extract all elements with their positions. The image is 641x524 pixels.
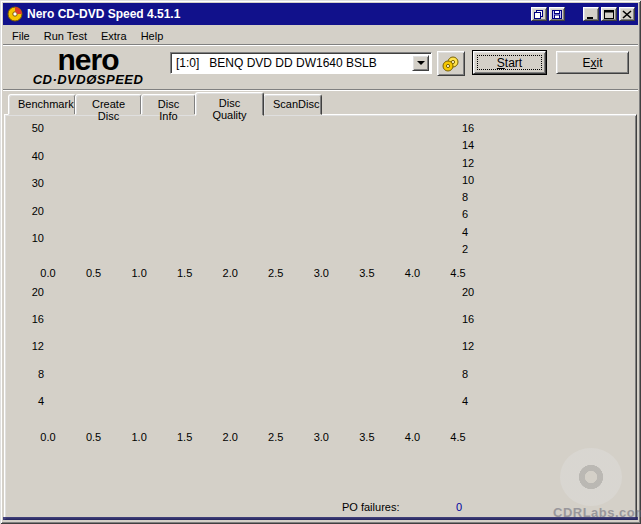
menu-item-run-test[interactable]: Run Test <box>37 28 94 44</box>
exit-button-label: Exit <box>582 56 602 70</box>
nero-logo: nero CD·DVDØSPEED <box>8 45 168 86</box>
y-axis-label-right: 4 <box>462 395 468 407</box>
x-axis-label: 1.5 <box>173 431 197 443</box>
y-axis-label-right: 4 <box>462 226 468 238</box>
y-axis-label-right: 16 <box>462 122 474 134</box>
x-axis-label: 2.5 <box>264 431 288 443</box>
y-axis-label-left: 4 <box>18 395 44 407</box>
drive-selector-value: [1:0] BENQ DVD DD DW1640 BSLB <box>176 56 377 70</box>
accesskey: x <box>591 56 597 70</box>
disc-quality-panel <box>4 114 637 520</box>
save-screenshot-button[interactable] <box>549 7 565 21</box>
y-axis-label-right: 20 <box>462 286 474 298</box>
discs-icon <box>441 55 461 73</box>
y-axis-label-left: 20 <box>18 286 44 298</box>
logo-text-nero: nero <box>8 45 168 75</box>
menu-item-help[interactable]: Help <box>134 28 171 44</box>
y-axis-label-right: 6 <box>462 208 468 220</box>
y-axis-label-right: 2 <box>462 243 468 255</box>
x-axis-label: 3.5 <box>355 267 379 279</box>
x-axis-label: 0.0 <box>36 431 60 443</box>
copy-icon <box>534 10 544 19</box>
y-axis-label-right: 16 <box>462 313 474 325</box>
tab-scandisc[interactable]: ScanDisc <box>263 94 322 115</box>
x-axis-label: 4.0 <box>400 431 424 443</box>
x-axis-label: 1.0 <box>127 267 151 279</box>
tab-create-disc[interactable]: Create Disc <box>75 94 142 115</box>
x-axis-label: 0.5 <box>82 431 106 443</box>
x-axis-label: 2.0 <box>218 267 242 279</box>
copy-screenshot-button[interactable] <box>531 7 547 21</box>
y-axis-label-right: 8 <box>462 191 468 203</box>
watermark-text: CDRLabs.com <box>553 505 641 520</box>
x-axis-label: 2.5 <box>264 267 288 279</box>
close-icon <box>622 10 632 19</box>
minimize-button[interactable] <box>583 7 599 21</box>
y-axis-label-right: 10 <box>462 174 474 186</box>
y-axis-label-left: 8 <box>18 368 44 380</box>
po-failures-value: 0 <box>420 501 462 513</box>
x-axis-label: 4.5 <box>446 267 470 279</box>
title-bar[interactable]: Nero CD-DVD Speed 4.51.1 <box>3 3 638 25</box>
x-axis-label: 4.0 <box>400 267 424 279</box>
y-axis-label-left: 40 <box>18 150 44 162</box>
y-axis-label-right: 12 <box>462 340 474 352</box>
titlebar-buttons <box>529 7 635 21</box>
accesskey: S <box>497 56 505 70</box>
bottom-edge-strip <box>3 517 638 520</box>
x-axis-label: 1.0 <box>127 431 151 443</box>
x-axis-label: 0.5 <box>82 267 106 279</box>
menu-item-extra[interactable]: Extra <box>94 28 134 44</box>
logo-text-cdspeed: CD·DVDØSPEED <box>8 73 168 86</box>
x-axis-label: 4.5 <box>446 431 470 443</box>
close-button[interactable] <box>619 7 635 21</box>
maximize-button[interactable] <box>601 7 617 21</box>
y-axis-label-right: 14 <box>462 139 474 151</box>
chevron-down-icon <box>417 61 425 65</box>
y-axis-label-left: 16 <box>18 313 44 325</box>
start-button-label: Start <box>497 56 522 70</box>
drive-selector[interactable]: [1:0] BENQ DVD DD DW1640 BSLB <box>170 52 432 74</box>
window-title: Nero CD-DVD Speed 4.51.1 <box>27 7 180 21</box>
x-axis-label: 3.0 <box>309 267 333 279</box>
x-axis-label: 2.0 <box>218 431 242 443</box>
eject-disc-button[interactable] <box>437 51 465 76</box>
tab-benchmark[interactable]: Benchmark <box>8 94 76 115</box>
drive-selector-dropdown-button[interactable] <box>412 55 429 71</box>
y-axis-label-right: 8 <box>462 368 468 380</box>
separator <box>3 89 638 91</box>
exit-button[interactable]: Exit <box>556 51 629 74</box>
start-button[interactable]: Start <box>473 51 546 74</box>
x-axis-label: 3.5 <box>355 431 379 443</box>
y-axis-label-left: 20 <box>18 205 44 217</box>
y-axis-label-left: 30 <box>18 177 44 189</box>
app-window: Nero CD-DVD Speed 4.51.1 FileRun TestExt… <box>0 0 641 524</box>
menu-item-file[interactable]: File <box>5 28 37 44</box>
tab-disc-quality[interactable]: Disc Quality <box>195 92 264 116</box>
maximize-icon <box>604 10 614 19</box>
tab-disc-info[interactable]: Disc Info <box>141 94 196 115</box>
po-failures-label: PO failures: <box>342 501 399 513</box>
y-axis-label-left: 50 <box>18 122 44 134</box>
app-icon <box>7 6 23 22</box>
x-axis-label: 0.0 <box>36 267 60 279</box>
minimize-icon <box>586 10 596 19</box>
x-axis-label: 3.0 <box>309 431 333 443</box>
save-icon <box>552 10 562 19</box>
y-axis-label-left: 10 <box>18 232 44 244</box>
y-axis-label-right: 12 <box>462 157 474 169</box>
y-axis-label-left: 12 <box>18 340 44 352</box>
x-axis-label: 1.5 <box>173 267 197 279</box>
